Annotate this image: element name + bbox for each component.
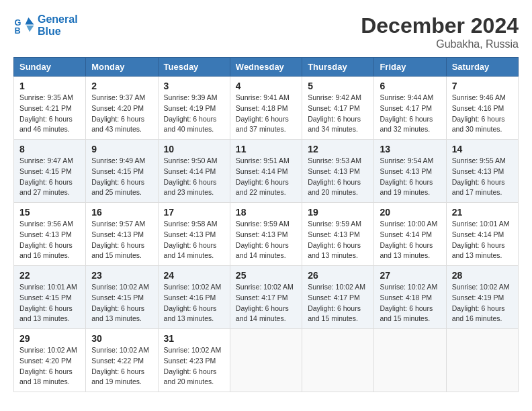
calendar-cell: 27 Sunrise: 10:02 AMSunset: 4:18 PMDayli… (374, 266, 446, 329)
day-number: 16 (91, 207, 152, 218)
day-info: Sunrise: 10:00 AMSunset: 4:14 PMDaylight… (380, 220, 437, 259)
day-info: Sunrise: 9:50 AMSunset: 4:14 PMDaylight:… (164, 156, 218, 196)
day-info: Sunrise: 10:02 AMSunset: 4:17 PMDaylight… (236, 283, 294, 322)
day-number: 27 (380, 270, 440, 281)
day-info: Sunrise: 9:55 AMSunset: 4:13 PMDaylight:… (452, 156, 506, 196)
day-number: 1 (19, 81, 80, 91)
day-number: 25 (236, 270, 296, 281)
logo: G B General Blue (13, 13, 78, 38)
calendar-cell: 31 Sunrise: 10:02 AMSunset: 4:23 PMDayli… (158, 329, 230, 392)
day-info: Sunrise: 9:59 AMSunset: 4:13 PMDaylight:… (236, 220, 290, 259)
calendar-cell: 28 Sunrise: 10:02 AMSunset: 4:19 PMDayli… (446, 266, 518, 329)
calendar-week-row: 29 Sunrise: 10:02 AMSunset: 4:20 PMDayli… (14, 329, 519, 392)
day-number: 4 (236, 81, 296, 91)
day-info: Sunrise: 10:02 AMSunset: 4:18 PMDaylight… (380, 283, 437, 322)
day-info: Sunrise: 9:39 AMSunset: 4:19 PMDaylight:… (164, 93, 218, 133)
calendar-cell (374, 329, 446, 392)
day-info: Sunrise: 9:47 AMSunset: 4:15 PMDaylight:… (19, 156, 73, 196)
calendar-cell: 22 Sunrise: 10:01 AMSunset: 4:15 PMDayli… (14, 266, 86, 329)
day-info: Sunrise: 9:35 AMSunset: 4:21 PMDaylight:… (19, 93, 73, 133)
calendar-cell: 26 Sunrise: 10:02 AMSunset: 4:17 PMDayli… (302, 266, 374, 329)
calendar-cell: 1 Sunrise: 9:35 AMSunset: 4:21 PMDayligh… (14, 77, 86, 140)
day-info: Sunrise: 10:01 AMSunset: 4:15 PMDaylight… (19, 283, 77, 322)
day-number: 2 (91, 81, 152, 91)
day-number: 18 (236, 207, 296, 218)
calendar-week-row: 1 Sunrise: 9:35 AMSunset: 4:21 PMDayligh… (14, 77, 519, 140)
title-block: December 2024 Gubakha, Russia (361, 13, 519, 50)
day-number: 5 (308, 81, 368, 91)
calendar-cell: 18 Sunrise: 9:59 AMSunset: 4:13 PMDaylig… (230, 203, 302, 266)
calendar-cell: 3 Sunrise: 9:39 AMSunset: 4:19 PMDayligh… (158, 77, 230, 140)
weekday-header: Tuesday (158, 58, 230, 77)
calendar-cell: 6 Sunrise: 9:44 AMSunset: 4:17 PMDayligh… (374, 77, 446, 140)
day-info: Sunrise: 9:53 AMSunset: 4:13 PMDaylight:… (308, 156, 361, 196)
day-number: 26 (308, 270, 368, 281)
calendar-cell: 9 Sunrise: 9:49 AMSunset: 4:15 PMDayligh… (86, 140, 158, 203)
calendar-cell: 14 Sunrise: 9:55 AMSunset: 4:13 PMDaylig… (446, 140, 518, 203)
day-info: Sunrise: 9:57 AMSunset: 4:13 PMDaylight:… (91, 220, 145, 259)
calendar-cell: 11 Sunrise: 9:51 AMSunset: 4:14 PMDaylig… (230, 140, 302, 203)
calendar-cell: 24 Sunrise: 10:02 AMSunset: 4:16 PMDayli… (158, 266, 230, 329)
calendar-cell: 4 Sunrise: 9:41 AMSunset: 4:18 PMDayligh… (230, 77, 302, 140)
day-info: Sunrise: 9:59 AMSunset: 4:13 PMDaylight:… (308, 220, 361, 259)
day-info: Sunrise: 9:58 AMSunset: 4:13 PMDaylight:… (164, 220, 218, 259)
day-info: Sunrise: 10:02 AMSunset: 4:23 PMDaylight… (164, 346, 222, 385)
logo-text2: Blue (38, 26, 78, 38)
calendar-cell: 25 Sunrise: 10:02 AMSunset: 4:17 PMDayli… (230, 266, 302, 329)
calendar-week-row: 8 Sunrise: 9:47 AMSunset: 4:15 PMDayligh… (14, 140, 519, 203)
location-subtitle: Gubakha, Russia (361, 38, 519, 50)
day-info: Sunrise: 10:02 AMSunset: 4:20 PMDaylight… (19, 346, 77, 385)
logo-text: General (38, 13, 78, 26)
day-number: 15 (19, 207, 80, 218)
day-info: Sunrise: 10:02 AMSunset: 4:17 PMDaylight… (308, 283, 365, 322)
calendar-header-row: SundayMondayTuesdayWednesdayThursdayFrid… (14, 58, 519, 77)
day-number: 8 (19, 144, 80, 154)
month-title: December 2024 (361, 13, 519, 38)
calendar-cell: 16 Sunrise: 9:57 AMSunset: 4:13 PMDaylig… (86, 203, 158, 266)
calendar-cell: 19 Sunrise: 9:59 AMSunset: 4:13 PMDaylig… (302, 203, 374, 266)
calendar-cell: 15 Sunrise: 9:56 AMSunset: 4:13 PMDaylig… (14, 203, 86, 266)
day-info: Sunrise: 10:02 AMSunset: 4:16 PMDaylight… (164, 283, 222, 322)
calendar-table: SundayMondayTuesdayWednesdayThursdayFrid… (13, 57, 519, 392)
weekday-header: Monday (86, 58, 158, 77)
day-number: 7 (452, 81, 513, 91)
calendar-cell: 10 Sunrise: 9:50 AMSunset: 4:14 PMDaylig… (158, 140, 230, 203)
svg-marker-2 (26, 17, 34, 24)
day-info: Sunrise: 9:44 AMSunset: 4:17 PMDaylight:… (380, 93, 433, 133)
day-number: 20 (380, 207, 440, 218)
page-header: G B General Blue December 2024 Gubakha, … (13, 13, 519, 50)
calendar-cell (302, 329, 374, 392)
calendar-cell: 2 Sunrise: 9:37 AMSunset: 4:20 PMDayligh… (86, 77, 158, 140)
day-info: Sunrise: 9:41 AMSunset: 4:18 PMDaylight:… (236, 93, 290, 133)
day-number: 21 (452, 207, 513, 218)
calendar-week-row: 22 Sunrise: 10:01 AMSunset: 4:15 PMDayli… (14, 266, 519, 329)
weekday-header: Wednesday (230, 58, 302, 77)
day-info: Sunrise: 10:02 AMSunset: 4:15 PMDaylight… (91, 283, 149, 322)
day-number: 23 (91, 270, 152, 281)
day-number: 30 (91, 333, 152, 344)
weekday-header: Sunday (14, 58, 86, 77)
day-number: 22 (19, 270, 80, 281)
calendar-cell (230, 329, 302, 392)
calendar-cell: 29 Sunrise: 10:02 AMSunset: 4:20 PMDayli… (14, 329, 86, 392)
day-number: 12 (308, 144, 368, 154)
day-number: 19 (308, 207, 368, 218)
day-number: 3 (164, 81, 224, 91)
svg-marker-3 (26, 26, 34, 32)
day-info: Sunrise: 9:42 AMSunset: 4:17 PMDaylight:… (308, 93, 361, 133)
calendar-cell (446, 329, 518, 392)
calendar-cell: 30 Sunrise: 10:02 AMSunset: 4:22 PMDayli… (86, 329, 158, 392)
calendar-cell: 23 Sunrise: 10:02 AMSunset: 4:15 PMDayli… (86, 266, 158, 329)
day-info: Sunrise: 9:54 AMSunset: 4:13 PMDaylight:… (380, 156, 433, 196)
day-number: 9 (91, 144, 152, 154)
day-info: Sunrise: 9:51 AMSunset: 4:14 PMDaylight:… (236, 156, 290, 196)
day-info: Sunrise: 10:01 AMSunset: 4:14 PMDaylight… (452, 220, 510, 259)
calendar-cell: 20 Sunrise: 10:00 AMSunset: 4:14 PMDayli… (374, 203, 446, 266)
day-number: 31 (164, 333, 224, 344)
calendar-cell: 8 Sunrise: 9:47 AMSunset: 4:15 PMDayligh… (14, 140, 86, 203)
day-info: Sunrise: 10:02 AMSunset: 4:19 PMDaylight… (452, 283, 510, 322)
calendar-week-row: 15 Sunrise: 9:56 AMSunset: 4:13 PMDaylig… (14, 203, 519, 266)
logo-icon: G B (13, 15, 35, 36)
weekday-header: Thursday (302, 58, 374, 77)
day-number: 28 (452, 270, 513, 281)
